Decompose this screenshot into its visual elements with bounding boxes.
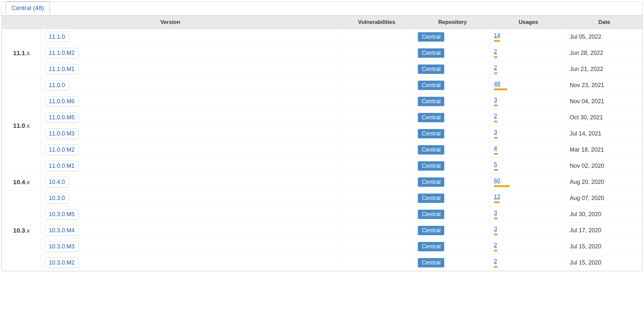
usages-link[interactable]: 2 bbox=[494, 113, 497, 119]
repository-link[interactable]: Central bbox=[418, 194, 444, 203]
table-row: 11.1.0.M1Central2Jun 21, 2022 bbox=[2, 61, 642, 77]
vulnerabilities-cell bbox=[339, 61, 415, 77]
version-link[interactable]: 11.0.0.M6 bbox=[44, 96, 79, 107]
repository-link[interactable]: Central bbox=[418, 129, 444, 138]
table-row: 11.1.0.M2Central2Jun 28, 2022 bbox=[2, 45, 642, 61]
table-row: 10.3.0.M3Central2Jul 15, 2020 bbox=[2, 239, 642, 255]
usage-bar bbox=[494, 72, 497, 74]
usages-link[interactable]: 2 bbox=[494, 48, 497, 55]
version-group-major: 11.0 bbox=[13, 122, 25, 129]
vulnerabilities-cell bbox=[339, 142, 415, 158]
repository-link[interactable]: Central bbox=[418, 97, 444, 106]
repository-link[interactable]: Central bbox=[418, 210, 444, 219]
usages-link[interactable]: 3 bbox=[494, 210, 497, 216]
version-cell: 11.0.0.M2 bbox=[41, 142, 339, 158]
col-header-version: Version bbox=[2, 16, 339, 29]
table-row: 10.3.0.M4Central3Jul 17, 2020 bbox=[2, 223, 642, 239]
usages-link[interactable]: 12 bbox=[494, 194, 500, 200]
date-cell: Jun 21, 2022 bbox=[566, 61, 642, 77]
version-cell: 10.4.0 bbox=[41, 174, 339, 190]
usages-cell: 3 bbox=[490, 223, 566, 239]
usages-link[interactable]: 48 bbox=[494, 81, 500, 87]
version-cell: 11.1.0.M2 bbox=[41, 45, 339, 61]
usages-link[interactable]: 3 bbox=[494, 129, 497, 135]
version-cell: 11.1.0 bbox=[41, 29, 339, 45]
table-row: 11.0.x11.0.0Central48Nov 23, 2021 bbox=[2, 77, 642, 94]
version-link[interactable]: 10.3.0.M3 bbox=[44, 241, 79, 252]
version-link[interactable]: 11.1.0.M1 bbox=[44, 64, 79, 75]
repository-link[interactable]: Central bbox=[418, 48, 444, 58]
usages-link[interactable]: 2 bbox=[494, 65, 497, 71]
version-link[interactable]: 11.0.0.M1 bbox=[44, 161, 79, 171]
repository-link[interactable]: Central bbox=[418, 258, 444, 267]
vulnerabilities-cell bbox=[339, 255, 415, 271]
table-row: 10.3.0.M2Central2Jul 15, 2020 bbox=[2, 255, 642, 271]
usages-cell: 3 bbox=[490, 94, 566, 110]
repository-cell: Central bbox=[415, 77, 491, 94]
col-header-date: Date bbox=[566, 16, 642, 29]
repository-link[interactable]: Central bbox=[418, 32, 444, 42]
version-link[interactable]: 11.0.0.M5 bbox=[44, 112, 79, 123]
vulnerabilities-cell bbox=[339, 126, 415, 142]
usages-cell: 2 bbox=[490, 255, 566, 271]
date-cell: Jul 15, 2020 bbox=[566, 255, 642, 271]
table-row: 10.3.x10.3.0Central12Aug 07, 2020 bbox=[2, 190, 642, 206]
tab-central[interactable]: Central (48) bbox=[5, 2, 50, 14]
usages-link[interactable]: 60 bbox=[494, 177, 500, 184]
usage-bar bbox=[494, 169, 498, 171]
usages-cell: 2 bbox=[490, 110, 566, 126]
usages-cell: 3 bbox=[490, 206, 566, 223]
date-cell: Oct 30, 2021 bbox=[566, 110, 642, 126]
usages-link[interactable]: 14 bbox=[494, 32, 500, 39]
usages-cell: 2 bbox=[490, 239, 566, 255]
version-link[interactable]: 11.0.0.M3 bbox=[44, 128, 79, 139]
version-link[interactable]: 10.3.0.M5 bbox=[44, 209, 79, 220]
version-link[interactable]: 10.4.0 bbox=[44, 177, 69, 187]
repository-link[interactable]: Central bbox=[418, 242, 444, 251]
usages-link[interactable]: 2 bbox=[494, 242, 497, 248]
version-link[interactable]: 10.3.0 bbox=[44, 193, 69, 204]
usages-link[interactable]: 2 bbox=[494, 258, 497, 265]
repository-link[interactable]: Central bbox=[418, 113, 444, 122]
usage-bar bbox=[494, 217, 498, 219]
versions-table: Version Vulnerabilities Repository Usage… bbox=[2, 16, 642, 271]
repository-cell: Central bbox=[415, 29, 491, 45]
usages-link[interactable]: 3 bbox=[494, 97, 497, 103]
repository-link[interactable]: Central bbox=[418, 226, 444, 235]
date-cell: Jul 14, 2021 bbox=[566, 126, 642, 142]
version-cell: 10.3.0.M5 bbox=[41, 206, 339, 223]
version-link[interactable]: 11.0.0.M2 bbox=[44, 145, 79, 155]
date-cell: Nov 23, 2021 bbox=[566, 77, 642, 94]
usage-bar bbox=[494, 250, 497, 252]
vulnerabilities-cell bbox=[339, 206, 415, 223]
repository-cell: Central bbox=[415, 110, 491, 126]
version-link[interactable]: 10.3.0.M4 bbox=[44, 225, 79, 236]
repository-link[interactable]: Central bbox=[418, 65, 444, 74]
version-link[interactable]: 11.1.0 bbox=[44, 32, 69, 42]
usage-bar bbox=[494, 185, 510, 187]
repository-link[interactable]: Central bbox=[418, 161, 444, 171]
version-link[interactable]: 11.0.0 bbox=[44, 80, 69, 91]
table-header-row: Version Vulnerabilities Repository Usage… bbox=[2, 16, 642, 29]
version-link[interactable]: 11.1.0.M2 bbox=[44, 48, 79, 58]
usages-link[interactable]: 5 bbox=[494, 161, 497, 168]
vulnerabilities-cell bbox=[339, 94, 415, 110]
version-group-label: 11.0.x bbox=[2, 77, 41, 174]
vulnerabilities-cell bbox=[339, 239, 415, 255]
version-link[interactable]: 10.3.0.M2 bbox=[44, 257, 79, 268]
tab-underline bbox=[2, 15, 642, 16]
usages-link[interactable]: 3 bbox=[494, 226, 497, 232]
repository-cell: Central bbox=[415, 174, 491, 190]
version-group-major: 11.1 bbox=[13, 50, 25, 56]
repository-link[interactable]: Central bbox=[418, 177, 444, 187]
usages-link[interactable]: 4 bbox=[494, 145, 497, 152]
version-group-major: 10.4 bbox=[13, 179, 25, 185]
date-cell: Jul 15, 2020 bbox=[566, 239, 642, 255]
version-group-suffix: .x bbox=[25, 50, 30, 56]
repository-link[interactable]: Central bbox=[418, 81, 444, 90]
vulnerabilities-cell bbox=[339, 223, 415, 239]
table-row: 10.3.0.M5Central3Jul 30, 2020 bbox=[2, 206, 642, 223]
col-header-vulnerabilities: Vulnerabilities bbox=[339, 16, 415, 29]
repository-link[interactable]: Central bbox=[418, 145, 444, 155]
repository-cell: Central bbox=[415, 223, 491, 239]
